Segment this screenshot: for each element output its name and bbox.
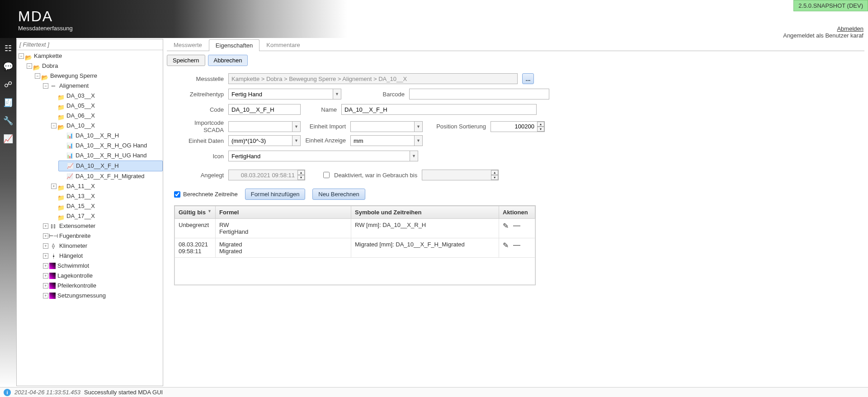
- einheit-anzeige-label: Einheit Anzeige: [305, 137, 346, 144]
- wrench-icon[interactable]: 🔧: [3, 116, 13, 126]
- folder-icon: [57, 113, 65, 119]
- tree-node-alignement[interactable]: −▫▫Alignement: [42, 81, 163, 91]
- einheit-anzeige-select[interactable]: [350, 135, 423, 146]
- properties-form: Messstelle ... Zeitreihentyp ▼ Barcode C…: [167, 70, 642, 180]
- position-label: Position Sortierung: [427, 123, 486, 130]
- edit-icon[interactable]: ✎: [503, 241, 509, 250]
- tree-node-da05[interactable]: DA_05__X: [50, 101, 163, 111]
- tree-leaf-da10-fh-migrated[interactable]: 📈DA_10__X_F_H_Migrated: [58, 171, 163, 181]
- tree-node-pfeilerkontrolle[interactable]: +Pfeilerkontrolle: [42, 281, 163, 291]
- tree-node-fugenbreite[interactable]: +⊢⊣Fugenbreite: [42, 231, 163, 241]
- tree-node-da10[interactable]: −DA_10__X: [50, 121, 163, 131]
- einheit-daten-label: Einheit Daten: [174, 137, 224, 144]
- status-message: Successfully started MDA GUI: [84, 389, 163, 396]
- tree-node-schwimmlot[interactable]: +Schwimmlot: [42, 261, 163, 271]
- save-button[interactable]: Speichern: [167, 55, 205, 66]
- deaktiviert-date-field: [422, 170, 499, 180]
- neu-berechnen-button[interactable]: Neu Berechnen: [312, 189, 365, 200]
- tree-node-da15[interactable]: DA_15__X: [50, 201, 163, 211]
- tree-leaf-da10-rh[interactable]: 📊DA_10__X_R_H: [58, 131, 163, 141]
- tree-node-haengelot[interactable]: +⍿Hängelot: [42, 251, 163, 261]
- version-badge: 2.5.0.SNAPSHOT (DEV): [793, 0, 868, 11]
- chart-icon[interactable]: 📈: [3, 134, 13, 144]
- logout-link[interactable]: Abmelden: [783, 25, 863, 32]
- chevron-down-icon[interactable]: ▼: [414, 122, 422, 132]
- berechnete-checkbox[interactable]: [174, 191, 180, 198]
- chevron-down-icon[interactable]: ▼: [410, 151, 418, 161]
- report-icon[interactable]: 🧾: [3, 98, 13, 108]
- tree-node-da11[interactable]: +DA_11__X: [50, 181, 163, 191]
- tab-eigenschaften[interactable]: Eigenschaften: [209, 39, 259, 51]
- messstelle-label: Messstelle: [174, 76, 224, 82]
- icon-select[interactable]: [228, 151, 418, 161]
- table-row[interactable]: 08.03.202109:58:11 MigratedMigrated Migr…: [175, 238, 535, 258]
- einheit-import-select[interactable]: [350, 121, 423, 132]
- tree-node-bewegung-sperre[interactable]: −Bewegung Sperre: [34, 71, 163, 81]
- tree: −Kampkette −Dobra −Bewegung Sperre: [17, 50, 163, 386]
- tree-node-setzungsmessung[interactable]: +Setzungsmessung: [42, 291, 163, 301]
- klinometer-icon: ⟠: [49, 243, 57, 249]
- code-field[interactable]: [228, 104, 301, 115]
- tree-node-klinometer[interactable]: +⟠Klinometer: [42, 241, 163, 251]
- tree-node-da03[interactable]: DA_03__X: [50, 91, 163, 101]
- col-gueltig-bis[interactable]: Gültig bis▼: [175, 206, 216, 219]
- deaktiviert-checkbox[interactable]: [323, 172, 330, 178]
- tree-filter-input[interactable]: [17, 39, 163, 50]
- fugenbreite-icon: ⊢⊣: [49, 233, 57, 239]
- deaktiviert-label: Deaktiviert, war in Gebrauch bis: [334, 172, 417, 179]
- angelegt-field: [228, 170, 305, 180]
- chat-icon[interactable]: 💬: [3, 61, 13, 71]
- einheit-import-label: Einheit Import: [305, 123, 346, 130]
- tree-leaf-da10-fh[interactable]: 📈DA_10__X_F_H: [58, 161, 163, 171]
- folder-icon: [57, 193, 65, 199]
- tab-kommentare[interactable]: Kommentare: [259, 39, 307, 51]
- network-icon[interactable]: ☍: [3, 80, 13, 90]
- tree-node-da17[interactable]: DA_17__X: [50, 211, 163, 221]
- zeitreihentyp-select[interactable]: [228, 89, 341, 99]
- name-label: Name: [305, 106, 337, 113]
- cancel-button[interactable]: Abbrechen: [208, 55, 248, 66]
- col-aktionen[interactable]: Aktionen: [499, 206, 535, 219]
- table-row[interactable]: Unbegrenzt RWFertigHand RW [mm]: DA_10__…: [175, 219, 535, 238]
- formel-hinzufuegen-button[interactable]: Formel hinzufügen: [245, 189, 306, 200]
- chevron-down-icon[interactable]: ▼: [292, 136, 300, 146]
- tree-node-da13[interactable]: DA_13__X: [50, 191, 163, 201]
- code-label: Code: [174, 106, 224, 113]
- barcode-field[interactable]: [409, 89, 549, 99]
- spinner-down-icon[interactable]: ▼: [537, 127, 544, 132]
- chevron-down-icon[interactable]: ▼: [292, 122, 300, 132]
- spinner-up-icon[interactable]: ▲: [537, 122, 544, 127]
- chevron-down-icon[interactable]: ▼: [333, 89, 341, 99]
- tab-messwerte[interactable]: Messwerte: [167, 39, 209, 51]
- tab-bar: Messwerte Eigenschaften Kommentare: [167, 39, 864, 51]
- importcode-select[interactable]: [228, 121, 301, 132]
- tree-node-lagekontrolle[interactable]: +Lagekontrolle: [42, 271, 163, 281]
- tree-leaf-da10-rh-og[interactable]: 📊DA_10__X_R_H_OG Hand: [58, 141, 163, 151]
- folder-icon: [57, 183, 65, 189]
- col-symbole[interactable]: Symbole und Zeitreihen: [351, 206, 499, 219]
- timeseries-hand-icon: 📊: [66, 142, 74, 149]
- tree-node-da06[interactable]: DA_06__X: [50, 111, 163, 121]
- messstelle-browse-button[interactable]: ...: [522, 73, 534, 84]
- folder-open-icon: [33, 63, 40, 69]
- delete-icon[interactable]: —: [513, 222, 520, 230]
- haengelot-icon: ⍿: [49, 253, 57, 259]
- info-icon: i: [4, 389, 11, 396]
- berechnete-label: Berechnete Zeitreihe: [183, 191, 238, 198]
- tree-node-kampkette[interactable]: −Kampkette: [18, 51, 163, 61]
- chevron-down-icon[interactable]: ▼: [414, 136, 422, 146]
- delete-icon[interactable]: —: [513, 241, 520, 250]
- folder-icon: [57, 203, 65, 209]
- schwimmlot-icon: [49, 263, 56, 269]
- tree-structure-icon[interactable]: ☷: [3, 43, 13, 53]
- folder-open-icon: [25, 53, 32, 59]
- tree-leaf-da10-rh-ug[interactable]: 📊DA_10__X_R_H_UG Hand: [58, 151, 163, 161]
- einheit-daten-select[interactable]: [228, 135, 301, 146]
- tree-node-dobra[interactable]: −Dobra: [26, 61, 163, 71]
- sort-desc-icon: ▼: [208, 209, 212, 213]
- name-field[interactable]: [341, 104, 537, 115]
- col-formel[interactable]: Formel: [216, 206, 351, 219]
- position-spinner[interactable]: [491, 121, 545, 132]
- tree-node-extensometer[interactable]: +⫿⫿Extensometer: [42, 221, 163, 231]
- edit-icon[interactable]: ✎: [503, 222, 509, 230]
